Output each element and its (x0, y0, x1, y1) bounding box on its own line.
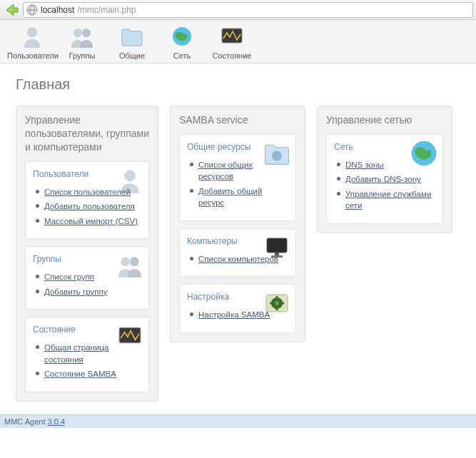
globe-icon (157, 23, 207, 50)
link-samba-status[interactable]: Состояние SAMBA (44, 370, 116, 378)
toolbar-status[interactable]: Состояние (207, 21, 257, 60)
main-toolbar: Пользователи Группы Общие Сеть Состояние (0, 20, 476, 63)
page-body: Главная Управление пользователями, групп… (0, 63, 476, 414)
toolbar-label: Общие (107, 51, 157, 60)
column-title: Управление пользователями, группами и ко… (25, 113, 149, 154)
list-item: Список компьютеров (188, 253, 288, 265)
url-host: localhost (41, 5, 74, 15)
browser-address-bar: localhost/mmc/main.php (0, 0, 476, 20)
list-item: Состояние SAMBA (34, 368, 141, 380)
list-item: Управление службами сети (335, 188, 435, 212)
toolbar-label: Группы (57, 51, 107, 60)
link-status-page[interactable]: Общая страница состояния (44, 343, 108, 364)
footer-bar: MMC Agent 3.0.4 (0, 414, 476, 428)
link-net-services[interactable]: Управление службами сети (345, 190, 431, 210)
link-group-list[interactable]: Список групп (44, 273, 94, 281)
link-computer-list[interactable]: Список компьютеров (198, 255, 278, 263)
list-item: Список общих ресурсов (188, 159, 288, 183)
card-network: Сеть DNS зоны Добавить DNS-зону Управлен… (326, 134, 443, 224)
link-add-user[interactable]: Добавить пользователя (44, 202, 135, 210)
column-title: SAMBA service (179, 113, 296, 127)
column-user-management: Управление пользователями, группами и ко… (16, 106, 158, 402)
list-item: Общая страница состояния (34, 342, 141, 365)
toolbar-label: Состояние (207, 51, 257, 60)
list-item: Список пользователей (34, 186, 141, 198)
link-share-list[interactable]: Список общих ресурсов (198, 161, 253, 181)
user-icon (7, 23, 57, 50)
page-title: Главная (16, 76, 460, 93)
list-item: Настройка SAMBA (188, 309, 288, 321)
link-csv-import[interactable]: Массовый импорт (CSV) (44, 217, 138, 225)
card-groups: Группы Список групп Добавить группу (25, 246, 149, 310)
list-item: Массовый импорт (CSV) (34, 215, 141, 228)
svg-point-6 (82, 29, 91, 37)
url-path: /mmc/main.php (77, 5, 136, 15)
site-icon (26, 4, 38, 16)
toolbar-label: Сеть (157, 51, 207, 60)
list-item: Список групп (34, 271, 141, 283)
footer-text: MMC Agent (4, 417, 48, 426)
back-button[interactable] (3, 1, 20, 19)
column-samba: SAMBA service Общие ресурсы Список общих… (170, 106, 305, 342)
folder-icon (107, 23, 157, 50)
svg-rect-14 (267, 238, 287, 253)
svg-point-4 (27, 27, 37, 37)
list-item: Добавить общий ресурс (188, 185, 288, 209)
link-add-share[interactable]: Добавить общий ресурс (198, 187, 262, 208)
column-network: Управление сетью Сеть DNS зоны Добавить … (317, 106, 452, 233)
card-users: Пользователи Список пользователей Добави… (25, 161, 149, 240)
svg-marker-0 (6, 4, 18, 16)
link-samba-config[interactable]: Настройка SAMBA (198, 310, 270, 319)
link-dns-zones[interactable]: DNS зоны (345, 161, 384, 169)
card-config: Настройка Настройка SAMBA (179, 284, 296, 333)
link-user-list[interactable]: Список пользователей (44, 188, 131, 196)
svg-point-11 (130, 258, 139, 267)
toolbar-users[interactable]: Пользователи (7, 21, 57, 60)
link-add-dns[interactable]: Добавить DNS-зону (345, 175, 421, 183)
card-shares: Общие ресурсы Список общих ресурсов Доба… (179, 134, 296, 221)
dashboard-columns: Управление пользователями, группами и ко… (16, 106, 460, 402)
link-add-group[interactable]: Добавить группу (44, 287, 107, 296)
toolbar-label: Пользователи (7, 51, 57, 60)
list-item: Добавить DNS-зону (335, 173, 435, 185)
group-icon (57, 23, 107, 50)
toolbar-groups[interactable]: Группы (57, 21, 107, 60)
list-item: Добавить группу (34, 286, 141, 298)
svg-point-10 (121, 258, 130, 267)
toolbar-shares[interactable]: Общие (107, 21, 157, 60)
svg-point-5 (74, 29, 82, 37)
monitor-icon (207, 23, 257, 50)
list-item: Добавить пользователя (34, 200, 141, 213)
svg-point-9 (124, 170, 136, 181)
toolbar-network[interactable]: Сеть (157, 21, 207, 60)
footer-version-link[interactable]: 3.0.4 (48, 417, 65, 426)
column-title: Управление сетью (326, 113, 443, 127)
card-computers: Компьютеры Список компьютеров (179, 228, 296, 278)
card-status: Состояние Общая страница состояния Состо… (25, 317, 149, 392)
svg-point-19 (275, 301, 279, 305)
list-item: DNS зоны (335, 159, 435, 171)
url-input[interactable]: localhost/mmc/main.php (23, 2, 473, 18)
